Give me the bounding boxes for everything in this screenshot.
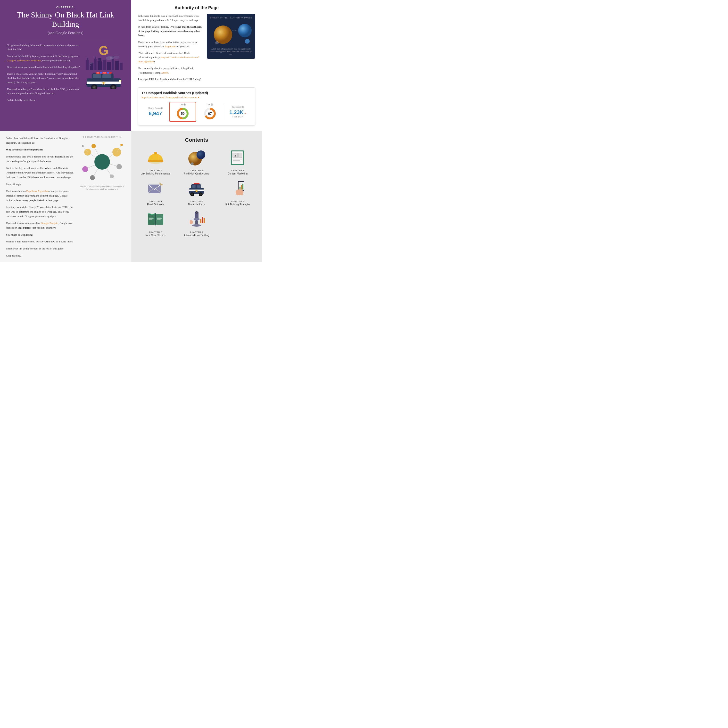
chapter-header: CHAPTER 5: The Skinny On Black Hat Link … bbox=[0, 0, 131, 131]
para-1: No guide to building links would be comp… bbox=[7, 43, 81, 52]
svg-rect-13 bbox=[90, 63, 91, 64]
authority-section: Authority of the Page Is the page linkin… bbox=[131, 0, 262, 131]
contents-grid: CHAPTER 1 Link Building Fundamentals bbox=[136, 148, 257, 237]
chapter-2-name: Find High-Quality Links bbox=[184, 172, 209, 175]
svg-rect-100 bbox=[240, 187, 240, 190]
chapter-1-item[interactable]: CHAPTER 1 Link Building Fundamentals bbox=[136, 148, 175, 175]
svg-rect-116 bbox=[157, 218, 162, 219]
svg-rect-102 bbox=[242, 184, 243, 190]
chapter-1-label: CHAPTER 1 bbox=[149, 170, 162, 171]
svg-point-43 bbox=[215, 41, 219, 44]
chapter-8-name: Advanced Link Building bbox=[184, 234, 209, 237]
planet-diagram-col: EFFECT OF HIGH AUTHORITY PAGES bbox=[207, 14, 255, 59]
bl-para-2: To understand that, you'll need to hop i… bbox=[6, 154, 75, 163]
svg-rect-39 bbox=[86, 84, 89, 86]
chapter-8-item[interactable]: CHAPTER 8 Advanced Link Building bbox=[177, 210, 216, 237]
chapter-4-name: Email Outreach bbox=[147, 203, 164, 206]
chapter-label: CHAPTER 5: bbox=[56, 6, 75, 9]
svg-point-76 bbox=[191, 162, 194, 165]
bl-para-1: So it's clear that links still form the … bbox=[6, 136, 75, 145]
svg-point-63 bbox=[116, 164, 122, 170]
pagerank-diagram-area: GOOGLE PAGE RANK ALGORITHM bbox=[79, 136, 125, 260]
svg-point-68 bbox=[120, 144, 123, 146]
link-building-strategies-icon bbox=[228, 179, 247, 198]
backlinks-fresh: Fresh 1.65K bbox=[226, 116, 250, 118]
svg-text:a: a bbox=[234, 154, 236, 157]
pagerank-algo-link[interactable]: PageRank Algorithm bbox=[26, 190, 49, 193]
google-g-icon: G bbox=[99, 43, 109, 58]
svg-point-20 bbox=[113, 55, 119, 59]
svg-rect-104 bbox=[236, 191, 238, 195]
bl-para-11: Keep reading... bbox=[6, 253, 75, 258]
svg-rect-84 bbox=[239, 153, 242, 158]
chapter-7-item[interactable]: CHAPTER 7 New Case Studies bbox=[136, 210, 175, 237]
svg-point-65 bbox=[90, 175, 95, 180]
pagerank-link[interactable]: PageRank bbox=[165, 45, 176, 48]
webmaster-guidelines-link[interactable]: Google's Webmaster Guidelines bbox=[7, 59, 41, 62]
para-4: That's a choice only you can make. I per… bbox=[7, 72, 81, 85]
chapter-title: The Skinny On Black Hat Link Building bbox=[7, 10, 124, 29]
chapter-3-name: Content Marketing bbox=[228, 172, 248, 175]
svg-rect-15 bbox=[90, 65, 91, 66]
ahrefs-rank-value: 6,947 bbox=[144, 110, 167, 117]
svg-point-64 bbox=[110, 174, 114, 178]
svg-rect-17 bbox=[99, 60, 100, 60]
email-outreach-icon bbox=[146, 179, 165, 198]
svg-rect-37 bbox=[102, 74, 111, 78]
svg-rect-111 bbox=[149, 217, 153, 217]
bl-para-5: Their now-famous PageRank Algorithm chan… bbox=[6, 189, 75, 202]
network-diagram-svg bbox=[80, 140, 124, 184]
bl-para-3: Back in the day, search engines like Yah… bbox=[6, 166, 75, 179]
chapter-illustration: G bbox=[83, 43, 124, 105]
chapter-4-item[interactable]: CHAPTER 4 Email Outreach bbox=[136, 179, 175, 206]
chapter-6-label: CHAPTER 6 bbox=[231, 200, 244, 202]
network-diagram bbox=[80, 140, 124, 184]
svg-rect-26 bbox=[100, 72, 102, 73]
auth-para-4: (Note: Although Google doesn't share Pag… bbox=[138, 51, 203, 64]
chapter-4-icon bbox=[146, 179, 165, 198]
info-icon: i bbox=[161, 107, 163, 109]
para-5: That said, whether you're a white hat or… bbox=[7, 87, 81, 96]
widget-url: http://backlinko.com/17-untapped-backlin… bbox=[141, 96, 252, 99]
svg-rect-96 bbox=[192, 185, 196, 188]
stat-ur: UR i 50 bbox=[170, 102, 196, 122]
bl-para-9: What is a high-quality link, exactly? An… bbox=[6, 239, 75, 244]
svg-rect-3 bbox=[94, 59, 96, 70]
svg-rect-119 bbox=[194, 219, 199, 220]
para-6: So let's briefly cover them: bbox=[7, 98, 81, 102]
contents-section: Contents CHAPTER 1 Link Building Fundame… bbox=[131, 131, 262, 262]
ur-donut: 50 bbox=[176, 107, 190, 120]
planets-svg bbox=[210, 21, 252, 46]
svg-rect-110 bbox=[149, 216, 154, 216]
svg-rect-12 bbox=[119, 63, 122, 70]
widget-stats: Ahrefs Rank i 6,947 UR i 50 bbox=[141, 102, 252, 122]
chapter-1-name: Link Building Fundamentals bbox=[141, 172, 170, 175]
chapter-6-item[interactable]: CHAPTER 6 Link Building Strategies bbox=[218, 179, 257, 206]
svg-rect-97 bbox=[197, 185, 201, 188]
svg-rect-109 bbox=[155, 213, 156, 225]
black-hat-links-icon bbox=[187, 179, 206, 198]
penguin-link[interactable]: Google Penguin bbox=[41, 222, 58, 225]
bl-para-6: And they were right. Nearly 20 years lat… bbox=[6, 205, 75, 219]
chapter-3-item[interactable]: a CHAPTER 3 Content Marketing bbox=[218, 148, 257, 175]
svg-point-70 bbox=[82, 145, 84, 147]
svg-point-75 bbox=[197, 150, 205, 159]
chapter-7-icon bbox=[146, 210, 165, 229]
auth-para-5: You can easily check a proxy indicator o… bbox=[138, 66, 203, 75]
svg-rect-73 bbox=[154, 152, 157, 154]
bl-para-10: That's what I'm going to cover in the re… bbox=[6, 246, 75, 251]
auth-para-2: In fact, from years of testing, I've fou… bbox=[138, 25, 203, 38]
authority-title: Authority of the Page bbox=[138, 5, 255, 11]
chapter-5-item[interactable]: CHAPTER 5 Black Hat Links bbox=[177, 179, 216, 206]
police-car-illustration bbox=[85, 70, 122, 89]
svg-point-121 bbox=[192, 224, 201, 226]
chapter-3-icon: a bbox=[228, 148, 247, 167]
ahrefs-link[interactable]: Ahrefs bbox=[161, 71, 168, 74]
chapter-2-item[interactable]: CHAPTER 2 Find High-Quality Links bbox=[177, 148, 216, 175]
svg-rect-112 bbox=[149, 218, 154, 219]
contents-title: Contents bbox=[136, 137, 257, 143]
chapter-8-label: CHAPTER 8 bbox=[190, 231, 203, 233]
bl-main-text: So it's clear that links still form the … bbox=[6, 136, 75, 260]
new-case-studies-icon bbox=[146, 210, 165, 229]
backlinks-value: 1.23K bbox=[229, 109, 244, 116]
